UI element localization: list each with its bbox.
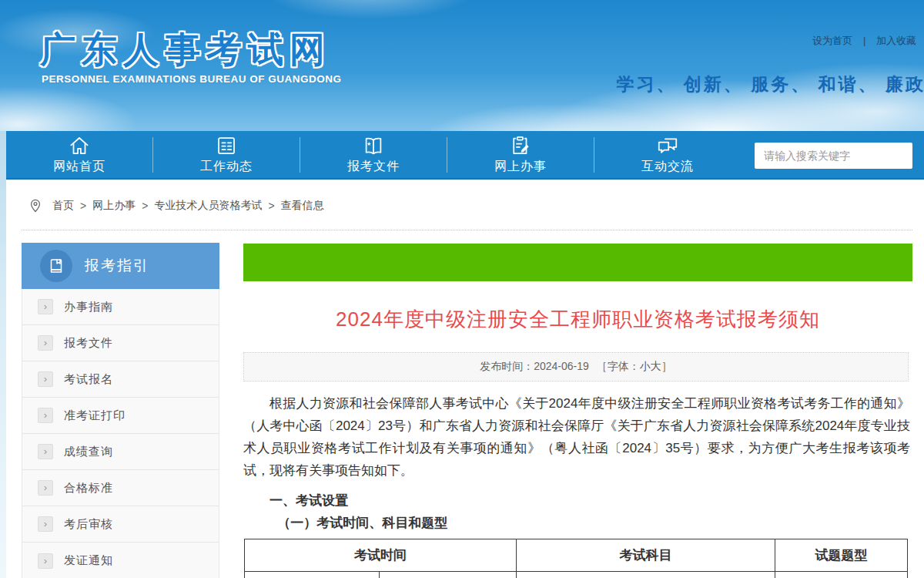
header-top-links: 设为首页 | 加入收藏: [812, 34, 916, 48]
sidebar-item-passing-standard[interactable]: › 合格标准: [22, 470, 219, 506]
table-cell: [517, 572, 775, 578]
news-list-icon: [215, 134, 238, 157]
nav-item-exam-documents[interactable]: 报考文件: [300, 130, 447, 179]
sidebar-item-exam-registration[interactable]: › 考试报名: [22, 361, 219, 398]
publish-time: 发布时间：2024-06-19: [480, 360, 589, 374]
nav-item-label: 工作动态: [200, 159, 253, 175]
chevron-right-icon: ›: [38, 516, 53, 532]
column-header-exam-time: 考试时间: [245, 539, 517, 572]
article-area: 2024年度中级注册安全工程师职业资格考试报考须知 发布时间：2024-06-1…: [243, 243, 912, 578]
subsection-heading: （一）考试时间、科目和题型: [243, 512, 910, 534]
chevron-right-icon: ›: [38, 408, 53, 423]
breadcrumb-separator: >: [268, 200, 274, 212]
article-paragraph: 根据人力资源和社会保障部人事考试中心《关于2024年度中级注册安全工程师职业资格…: [243, 392, 910, 482]
chevron-right-icon: ›: [38, 553, 53, 569]
sidebar-header: 报考指引: [22, 243, 219, 289]
font-size-small-link[interactable]: 小: [640, 360, 651, 374]
breadcrumb-bar: 首页 > 网上办事 > 专业技术人员资格考试 > 查看信息: [6, 180, 924, 235]
sidebar-item-label: 合格标准: [64, 481, 113, 496]
nav-item-news[interactable]: 工作动态: [153, 130, 300, 179]
location-pin-icon: [28, 198, 43, 213]
sidebar-item-label: 发证通知: [64, 553, 113, 568]
open-book-icon: [362, 134, 385, 157]
clipboard-pen-icon: [509, 134, 532, 157]
nav-item-label: 互动交流: [641, 159, 694, 175]
page: 广东人事考试网 PERSONNEL EXAMINATIONS BUREAU OF…: [0, 0, 924, 578]
sidebar-item-label: 成绩查询: [64, 445, 113, 459]
breadcrumb-professional-exams[interactable]: 专业技术人员资格考试: [154, 199, 262, 213]
page-left-gutter: [0, 131, 6, 578]
chevron-right-icon: ›: [38, 444, 53, 459]
chat-bubbles-icon: [656, 134, 679, 157]
breadcrumb-divider-line: [22, 230, 912, 230]
site-title: 广东人事考试网: [40, 26, 331, 74]
sidebar-item-label: 报考文件: [64, 336, 113, 351]
breadcrumb-view-info[interactable]: 查看信息: [281, 199, 324, 213]
section-heading: 一、考试设置: [243, 489, 910, 512]
add-favorite-link[interactable]: 加入收藏: [876, 35, 916, 46]
chevron-right-icon: ›: [38, 371, 53, 387]
sidebar-item-certificate-notice[interactable]: › 发证通知: [22, 543, 219, 578]
nav-item-home[interactable]: 网站首页: [6, 130, 152, 179]
breadcrumb-home[interactable]: 首页: [52, 199, 74, 213]
nav-item-online-services[interactable]: 网上办事: [447, 130, 594, 179]
article-title: 2024年度中级注册安全工程师职业资格考试报考须知: [243, 306, 912, 333]
breadcrumb-separator: >: [142, 200, 148, 212]
breadcrumb: 首页 > 网上办事 > 专业技术人员资格考试 > 查看信息: [28, 198, 324, 213]
publish-info-bar: 发布时间：2024-06-19 ［字体： 小 大 ］: [243, 352, 909, 381]
sidebar-item-admission-ticket[interactable]: › 准考证打印: [22, 398, 219, 434]
font-size-large-link[interactable]: 大: [651, 360, 661, 374]
breadcrumb-separator: >: [80, 200, 86, 212]
column-header-exam-subject: 考试科目: [517, 539, 775, 572]
table-header-row: 考试时间 考试科目 试题题型: [245, 539, 908, 572]
font-size-suffix: ］: [661, 360, 672, 374]
set-home-link[interactable]: 设为首页: [812, 35, 852, 46]
search-box: [755, 143, 912, 169]
nav-item-interaction[interactable]: 互动交流: [594, 130, 741, 179]
guide-book-icon: [40, 250, 72, 282]
sidebar-item-exam-documents[interactable]: › 报考文件: [22, 325, 219, 361]
nav-item-label: 网上办事: [494, 159, 547, 175]
sidebar-title: 报考指引: [85, 256, 149, 276]
main-nav: 网站首页 工作动态 报考文件: [6, 131, 924, 180]
table-cell: [245, 572, 380, 578]
search-input[interactable]: [764, 150, 903, 162]
column-header-question-type: 试题题型: [775, 539, 907, 572]
green-banner: [243, 244, 912, 281]
sidebar-item-label: 准考证打印: [64, 408, 126, 423]
site-header-banner: 广东人事考试网 PERSONNEL EXAMINATIONS BUREAU OF…: [0, 0, 924, 131]
sidebar-item-label: 考后审核: [64, 517, 113, 532]
chevron-right-icon: ›: [38, 480, 53, 496]
exam-schedule-table: 考试时间 考试科目 试题题型: [244, 539, 908, 578]
sidebar-list: › 办事指南 › 报考文件 › 考试报名 › 准考证打印 › 成绩查询 › 合格…: [22, 289, 219, 578]
sidebar-item-post-exam-review[interactable]: › 考后审核: [22, 506, 219, 543]
table-row: [245, 572, 908, 578]
chevron-right-icon: ›: [38, 335, 53, 351]
sidebar-item-service-guide[interactable]: › 办事指南: [22, 289, 219, 325]
table-cell: [775, 572, 907, 578]
site-subtitle: PERSONNEL EXAMINATIONS BUREAU OF GUANGDO…: [42, 73, 342, 85]
font-size-prefix: ［字体：: [597, 360, 640, 374]
nav-item-label: 网站首页: [53, 159, 105, 175]
table-cell: [379, 572, 516, 578]
top-links-divider: |: [863, 35, 865, 46]
sidebar-item-label: 办事指南: [64, 300, 113, 314]
nav-item-label: 报考文件: [347, 159, 400, 175]
sidebar-item-label: 考试报名: [64, 372, 113, 387]
site-slogan: 学习、 创新、 服务、 和谐、 廉政: [616, 72, 924, 96]
home-icon: [68, 134, 91, 157]
breadcrumb-online-services[interactable]: 网上办事: [92, 199, 136, 213]
chevron-right-icon: ›: [38, 299, 53, 314]
sidebar: 报考指引 › 办事指南 › 报考文件 › 考试报名 › 准考证打印 › 成绩查询: [22, 243, 219, 578]
sidebar-item-score-query[interactable]: › 成绩查询: [22, 434, 219, 470]
